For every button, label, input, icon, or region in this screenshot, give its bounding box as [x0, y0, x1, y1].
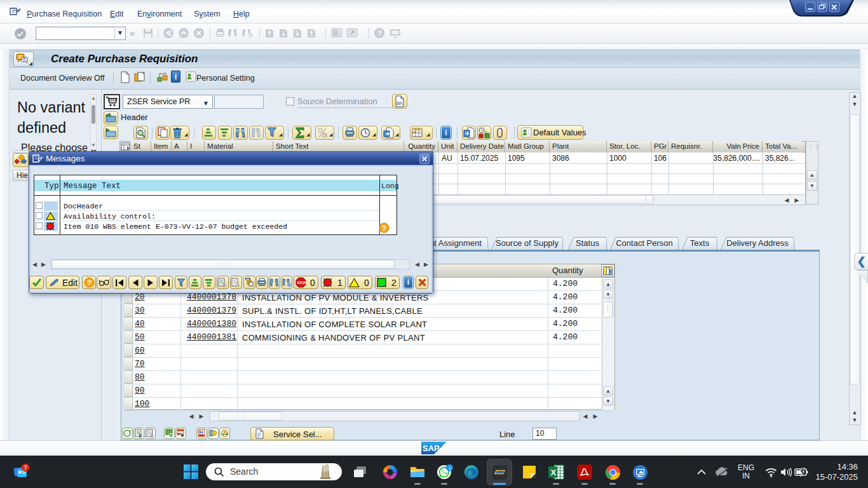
svg-text:X: X [551, 468, 557, 477]
svg-text:1: 1 [448, 465, 451, 471]
svg-text:6ň: 6ň [397, 100, 402, 106]
svg-text:?: ? [382, 224, 386, 232]
svg-text:SAP: SAP [423, 444, 440, 453]
svg-text:$¥: $¥ [199, 430, 203, 434]
svg-text:STOP: STOP [297, 281, 306, 285]
svg-text:7: 7 [24, 464, 27, 471]
svg-text:?: ? [87, 279, 92, 287]
svg-text:?: ? [377, 29, 382, 37]
